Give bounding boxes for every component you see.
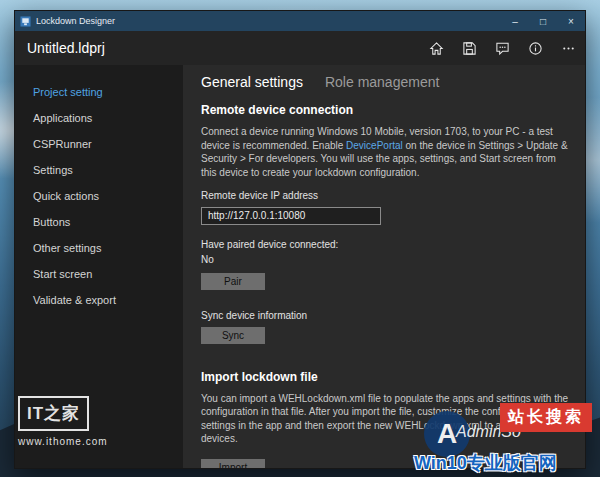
import-lockdown-heading: Import lockdown file xyxy=(201,370,569,384)
win10-site-watermark: Win10专业版官网 xyxy=(414,451,557,475)
app-command-bar: Untitled.ldprj xyxy=(15,31,585,65)
sidebar-item-applications[interactable]: Applications xyxy=(15,105,183,131)
ip-address-label: Remote device IP address xyxy=(201,190,569,201)
remote-device-connection-heading: Remote device connection xyxy=(201,103,569,117)
paired-device-label: Have paired device connected: xyxy=(201,239,569,250)
import-button[interactable]: Import xyxy=(201,459,265,469)
maximize-button[interactable]: □ xyxy=(529,11,557,31)
tab-role-management[interactable]: Role management xyxy=(325,74,439,90)
minimize-button[interactable]: – xyxy=(501,11,529,31)
sidebar-item-validate-export[interactable]: Validate & export xyxy=(15,287,183,313)
sidebar-item-project-setting[interactable]: Project setting xyxy=(15,79,183,105)
info-icon[interactable] xyxy=(519,31,552,65)
tab-general-settings[interactable]: General settings xyxy=(201,74,303,90)
ithome-logo: IT之家 xyxy=(18,396,89,431)
ip-address-input[interactable] xyxy=(201,207,381,225)
titlebar: Lockdown Designer – □ × xyxy=(15,11,585,31)
ithome-url: www.ithome.com xyxy=(18,436,108,447)
sidebar-item-csprunner[interactable]: CSPRunner xyxy=(15,131,183,157)
project-name: Untitled.ldprj xyxy=(27,40,105,56)
deviceportal-link[interactable]: DevicePortal xyxy=(346,140,403,151)
feedback-icon[interactable] xyxy=(486,31,519,65)
close-button[interactable]: × xyxy=(557,11,585,31)
remote-device-description: Connect a device running Windows 10 Mobi… xyxy=(201,125,569,179)
sync-button[interactable]: Sync xyxy=(201,327,265,344)
sidebar-item-buttons[interactable]: Buttons xyxy=(15,209,183,235)
site-watermark-cluster: A AdminSo 站长搜索 Win10专业版官网 xyxy=(414,403,592,475)
pair-button[interactable]: Pair xyxy=(201,273,265,290)
sidebar-item-start-screen[interactable]: Start screen xyxy=(15,261,183,287)
zhanzhang-badge: 站长搜索 xyxy=(500,403,592,432)
app-icon xyxy=(20,16,31,27)
window-title: Lockdown Designer xyxy=(36,16,501,26)
pivot-tabs: General settings Role management xyxy=(201,74,569,90)
sidebar-item-quick-actions[interactable]: Quick actions xyxy=(15,183,183,209)
sync-device-label: Sync device information xyxy=(201,310,569,321)
save-icon[interactable] xyxy=(453,31,486,65)
sidebar-item-settings[interactable]: Settings xyxy=(15,157,183,183)
appbar-icons xyxy=(420,31,585,65)
desktop-wallpaper: Lockdown Designer – □ × Untitled.ldprj xyxy=(0,0,600,477)
ithome-watermark: IT之家 www.ithome.com xyxy=(18,396,108,447)
home-icon[interactable] xyxy=(420,31,453,65)
more-icon[interactable] xyxy=(552,31,585,65)
paired-device-value: No xyxy=(201,254,569,265)
sidebar-item-other-settings[interactable]: Other settings xyxy=(15,235,183,261)
